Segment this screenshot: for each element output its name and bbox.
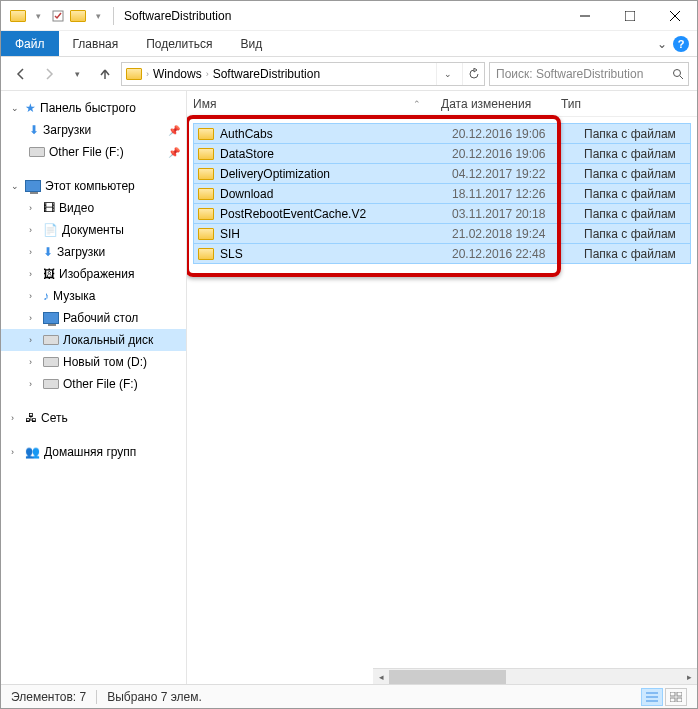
- sidebar-network[interactable]: ›🖧Сеть: [1, 407, 186, 429]
- sidebar-item-pictures[interactable]: ›🖼Изображения: [1, 263, 186, 285]
- sidebar-item-downloads2[interactable]: ›⬇Загрузки: [1, 241, 186, 263]
- table-row[interactable]: PostRebootEventCache.V203.11.2017 20:18П…: [193, 203, 691, 224]
- ribbon: Файл Главная Поделиться Вид ⌄ ?: [1, 31, 697, 57]
- svg-rect-10: [670, 692, 675, 696]
- refresh-button[interactable]: [462, 63, 484, 85]
- file-date: 20.12.2016 19:06: [452, 147, 572, 161]
- view-icons-button[interactable]: [665, 688, 687, 706]
- address-bar[interactable]: › Windows › SoftwareDistribution ⌄: [121, 62, 485, 86]
- statusbar: Элементов: 7 Выбрано 7 элем.: [1, 684, 697, 708]
- tab-file[interactable]: Файл: [1, 31, 59, 56]
- sidebar-label: Рабочий стол: [63, 311, 138, 325]
- chevron-right-icon[interactable]: ›: [146, 69, 149, 79]
- file-name: AuthCabs: [220, 127, 452, 141]
- sidebar-this-pc[interactable]: ⌄ Этот компьютер: [1, 175, 186, 197]
- table-row[interactable]: SLS20.12.2016 22:48Папка с файлам: [193, 243, 691, 264]
- sidebar-label: Домашняя групп: [44, 445, 136, 459]
- pictures-icon: 🖼: [43, 267, 55, 281]
- file-name: DataStore: [220, 147, 452, 161]
- table-row[interactable]: SIH21.02.2018 19:24Папка с файлам: [193, 223, 691, 244]
- close-button[interactable]: [652, 1, 697, 31]
- file-type: Папка с файлам: [572, 147, 690, 161]
- breadcrumb-item[interactable]: SoftwareDistribution: [213, 67, 320, 81]
- table-row[interactable]: DataStore20.12.2016 19:06Папка с файлам: [193, 143, 691, 164]
- sidebar: ⌄ ★ Панель быстрого ⬇ Загрузки 📌 Other F…: [1, 91, 187, 684]
- separator: [113, 7, 114, 25]
- video-icon: 🎞: [43, 201, 55, 215]
- search-input[interactable]: Поиск: SoftwareDistribution: [489, 62, 689, 86]
- sidebar-item-music[interactable]: ›♪Музыка: [1, 285, 186, 307]
- forward-button[interactable]: [37, 62, 61, 86]
- qat-overflow-icon[interactable]: ▾: [89, 7, 107, 25]
- sidebar-item-other-file[interactable]: Other File (F:) 📌: [1, 141, 186, 163]
- scroll-right-button[interactable]: ▸: [681, 669, 697, 685]
- file-name: SLS: [220, 247, 452, 261]
- breadcrumb-item[interactable]: Windows: [153, 67, 202, 81]
- tab-view[interactable]: Вид: [226, 31, 276, 56]
- qat-dropdown-icon[interactable]: ▾: [29, 7, 47, 25]
- column-date[interactable]: Дата изменения: [441, 97, 561, 111]
- status-count: Элементов: 7: [11, 690, 86, 704]
- view-details-button[interactable]: [641, 688, 663, 706]
- sidebar-label: Other File (F:): [63, 377, 138, 391]
- window-controls: [562, 1, 697, 31]
- titlebar: ▾ ▾ SoftwareDistribution: [1, 1, 697, 31]
- sidebar-item-desktop[interactable]: ›Рабочий стол: [1, 307, 186, 329]
- column-headers[interactable]: Имя⌃ Дата изменения Тип: [187, 91, 697, 117]
- qat-checkbox-icon[interactable]: [49, 7, 67, 25]
- column-name[interactable]: Имя⌃: [193, 97, 441, 111]
- column-type[interactable]: Тип: [561, 97, 697, 111]
- star-icon: ★: [25, 101, 36, 115]
- drive-icon: [43, 335, 59, 345]
- table-row[interactable]: AuthCabs20.12.2016 19:06Папка с файлам: [193, 123, 691, 144]
- search-icon[interactable]: [672, 68, 684, 80]
- table-row[interactable]: DeliveryOptimization04.12.2017 19:22Папк…: [193, 163, 691, 184]
- sidebar-item-documents[interactable]: ›📄Документы: [1, 219, 186, 241]
- sidebar-item-local-disk[interactable]: ›Локальный диск: [1, 329, 186, 351]
- help-icon[interactable]: ?: [673, 36, 689, 52]
- sidebar-label: Документы: [62, 223, 124, 237]
- file-name: Download: [220, 187, 452, 201]
- chevron-right-icon[interactable]: ›: [206, 69, 209, 79]
- back-button[interactable]: [9, 62, 33, 86]
- folder-icon: [198, 148, 214, 160]
- tab-share[interactable]: Поделиться: [132, 31, 226, 56]
- navbar: ▾ › Windows › SoftwareDistribution ⌄ Пои…: [1, 57, 697, 91]
- horizontal-scrollbar[interactable]: ◂ ▸: [373, 668, 697, 684]
- sidebar-item-videos[interactable]: ›🎞Видео: [1, 197, 186, 219]
- file-date: 18.11.2017 12:26: [452, 187, 572, 201]
- svg-point-5: [674, 69, 681, 76]
- sidebar-homegroup[interactable]: ›👥Домашняя групп: [1, 441, 186, 463]
- folder-icon: [126, 68, 142, 80]
- table-row[interactable]: Download18.11.2017 12:26Папка с файлам: [193, 183, 691, 204]
- expander-icon[interactable]: ⌄: [11, 181, 21, 191]
- maximize-button[interactable]: [607, 1, 652, 31]
- scroll-thumb[interactable]: [389, 670, 506, 684]
- file-list[interactable]: AuthCabs20.12.2016 19:06Папка с файламDa…: [187, 117, 697, 269]
- sidebar-label: Изображения: [59, 267, 134, 281]
- sidebar-item-new-volume[interactable]: ›Новый том (D:): [1, 351, 186, 373]
- sidebar-label: Other File (F:): [49, 145, 124, 159]
- network-icon: 🖧: [25, 411, 37, 425]
- minimize-button[interactable]: [562, 1, 607, 31]
- scroll-track[interactable]: [389, 669, 681, 685]
- ribbon-expand-icon[interactable]: ⌄: [657, 37, 667, 51]
- sidebar-item-other-file2[interactable]: ›Other File (F:): [1, 373, 186, 395]
- folder-icon: [9, 7, 27, 25]
- svg-line-6: [680, 76, 683, 79]
- search-placeholder: Поиск: SoftwareDistribution: [496, 67, 643, 81]
- up-button[interactable]: [93, 62, 117, 86]
- address-dropdown[interactable]: ⌄: [436, 63, 458, 85]
- sidebar-quick-access[interactable]: ⌄ ★ Панель быстрого: [1, 97, 186, 119]
- sidebar-item-downloads[interactable]: ⬇ Загрузки 📌: [1, 119, 186, 141]
- file-type: Папка с файлам: [572, 127, 690, 141]
- folder-icon: [198, 228, 214, 240]
- scroll-left-button[interactable]: ◂: [373, 669, 389, 685]
- sidebar-label: Новый том (D:): [63, 355, 147, 369]
- recent-dropdown[interactable]: ▾: [65, 62, 89, 86]
- tab-home[interactable]: Главная: [59, 31, 133, 56]
- sidebar-label: Этот компьютер: [45, 179, 135, 193]
- content-area: ⌄ ★ Панель быстрого ⬇ Загрузки 📌 Other F…: [1, 91, 697, 684]
- file-date: 20.12.2016 22:48: [452, 247, 572, 261]
- expander-icon[interactable]: ⌄: [11, 103, 21, 113]
